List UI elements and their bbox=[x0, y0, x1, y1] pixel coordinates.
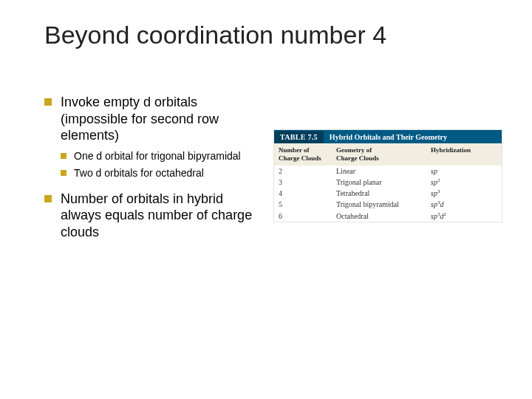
slide-title: Beyond coordination number 4 bbox=[44, 21, 502, 50]
header-c2-line2: Charge Clouds bbox=[336, 154, 379, 162]
slide: Beyond coordination number 4 Invoke empt… bbox=[0, 0, 532, 399]
bullet-1: Invoke empty d orbitals (impossible for … bbox=[44, 94, 266, 180]
sub-bullet-1: One d orbital for trigonal bipyramidal bbox=[61, 150, 266, 163]
header-charge-clouds: Number of Charge Clouds bbox=[274, 143, 332, 166]
sub-bullet-list: One d orbital for trigonal bipyramidal T… bbox=[61, 150, 266, 180]
header-c1-line2: Charge Clouds bbox=[279, 154, 321, 162]
table-title-row: TABLE 7.5 Hybrid Orbitals and Their Geom… bbox=[274, 130, 502, 143]
table-body: 2 Linear sp 3 Trigonal planar sp2 4 Tetr… bbox=[274, 166, 502, 222]
bullet-2-text: Number of orbitals in hybrid always equa… bbox=[61, 191, 252, 239]
cell-n: 5 bbox=[274, 199, 332, 210]
cell-n: 3 bbox=[274, 177, 332, 188]
header-geometry: Geometry of Charge Clouds bbox=[332, 143, 426, 166]
sub-bullet-2: Two d orbitals for octahedral bbox=[61, 167, 266, 180]
table-row: 4 Tetrahedral sp3 bbox=[274, 188, 502, 199]
cell-geom: Octahedral bbox=[332, 211, 426, 222]
bullet-column: Invoke empty d orbitals (impossible for … bbox=[44, 94, 266, 250]
cell-geom: Trigonal bipyramidal bbox=[332, 199, 426, 210]
table-caption: Hybrid Orbitals and Their Geometry bbox=[324, 131, 453, 143]
header-hybridization: Hybridization bbox=[426, 143, 493, 166]
table-row: 5 Trigonal bipyramidal sp3d bbox=[274, 199, 502, 210]
sub-bullet-1-text: One d orbital for trigonal bipyramidal bbox=[74, 150, 241, 162]
cell-hyb: sp3 bbox=[426, 188, 493, 199]
hybrid-orbitals-table: TABLE 7.5 Hybrid Orbitals and Their Geom… bbox=[273, 129, 502, 222]
cell-hyb: sp3d2 bbox=[426, 211, 493, 222]
table-row: 6 Octahedral sp3d2 bbox=[274, 211, 502, 222]
cell-n: 6 bbox=[274, 211, 332, 222]
cell-hyb: sp bbox=[426, 166, 493, 177]
table-header-row: Number of Charge Clouds Geometry of Char… bbox=[274, 143, 502, 166]
cell-geom: Tetrahedral bbox=[332, 188, 426, 199]
content-row: Invoke empty d orbitals (impossible for … bbox=[44, 94, 502, 250]
table-column: TABLE 7.5 Hybrid Orbitals and Their Geom… bbox=[273, 94, 502, 250]
bullet-1-text: Invoke empty d orbitals (impossible for … bbox=[61, 95, 219, 143]
header-c2-line1: Geometry of bbox=[336, 146, 372, 154]
bullet-2: Number of orbitals in hybrid always equa… bbox=[44, 191, 266, 241]
table-row: 2 Linear sp bbox=[274, 166, 502, 177]
cell-geom: Linear bbox=[332, 166, 426, 177]
table-number-label: TABLE 7.5 bbox=[274, 131, 324, 143]
cell-geom: Trigonal planar bbox=[332, 177, 426, 188]
cell-n: 2 bbox=[274, 166, 332, 177]
cell-n: 4 bbox=[274, 188, 332, 199]
header-c1-line1: Number of bbox=[279, 146, 310, 154]
cell-hyb: sp3d bbox=[426, 199, 493, 210]
table-row: 3 Trigonal planar sp2 bbox=[274, 177, 502, 188]
cell-hyb: sp2 bbox=[426, 177, 493, 188]
main-bullet-list: Invoke empty d orbitals (impossible for … bbox=[44, 94, 266, 240]
header-c3: Hybridization bbox=[431, 146, 471, 154]
sub-bullet-2-text: Two d orbitals for octahedral bbox=[74, 167, 204, 179]
